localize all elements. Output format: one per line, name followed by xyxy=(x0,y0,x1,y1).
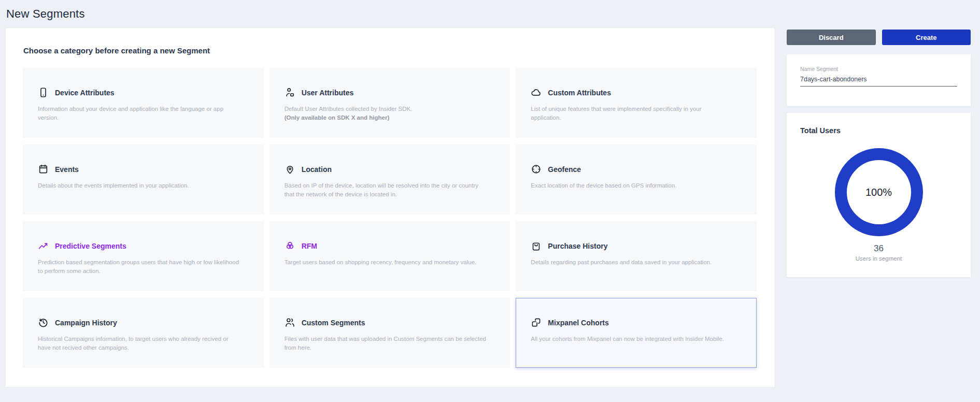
category-description-text: Information about your device and applic… xyxy=(38,106,223,121)
total-users-donut-chart: 100% xyxy=(835,148,923,236)
category-description-text: Details about the events implemented in … xyxy=(38,182,189,189)
category-label: Custom Attributes xyxy=(548,89,611,97)
history-clock-icon xyxy=(38,317,49,328)
users-count: 36 xyxy=(787,243,971,254)
category-panel: Choose a category before creating a new … xyxy=(5,27,775,387)
category-description-text: Target users based on shopping recency, … xyxy=(285,259,477,265)
crosshair-icon xyxy=(531,164,542,175)
category-card-custom-segments[interactable]: Custom SegmentsFiles with user data that… xyxy=(269,298,510,368)
category-card-device-attributes[interactable]: Device AttributesInformation about your … xyxy=(23,68,264,138)
name-segment-label: Name Segment xyxy=(800,66,957,72)
device-icon xyxy=(38,87,49,98)
category-description-text: Based on IP of the device, location will… xyxy=(285,182,478,197)
category-card-rfm[interactable]: RFMTarget users based on shopping recenc… xyxy=(269,221,510,291)
category-card-campaign-history[interactable]: Campaign HistoryHistorical Campaigns inf… xyxy=(23,298,264,368)
category-label: Predictive Segments xyxy=(55,242,126,250)
shopping-bag-icon xyxy=(531,240,542,251)
people-icon xyxy=(285,317,295,328)
category-description-text: Prediction based segmentation groups use… xyxy=(38,259,239,274)
category-description-text: Exact location of the device based on GP… xyxy=(531,182,676,189)
category-description-text: List of unique features that were implem… xyxy=(531,106,701,121)
panel-heading: Choose a category before creating a new … xyxy=(6,28,775,55)
linked-squares-icon xyxy=(531,317,542,328)
category-description-text: All your cohorts from Mixpanel can now b… xyxy=(531,336,724,342)
category-description: Default User Attributes collected by Ins… xyxy=(285,105,487,122)
venn-icon xyxy=(285,240,295,251)
category-label: User Attributes xyxy=(302,89,354,97)
category-description: Details about the events implemented in … xyxy=(38,181,240,190)
user-badge-icon xyxy=(285,87,295,98)
category-card-geofence[interactable]: GeofenceExact location of the device bas… xyxy=(516,145,757,214)
category-description: Information about your device and applic… xyxy=(38,105,240,122)
category-card-purchase-history[interactable]: Purchase HistoryDetails regarding past p… xyxy=(516,221,757,291)
category-description-text: Files with user data that was uploaded i… xyxy=(285,336,486,351)
category-label: Purchase History xyxy=(548,242,607,250)
category-description: Based on IP of the device, location will… xyxy=(285,181,487,198)
map-pin-icon xyxy=(285,164,295,175)
category-label: Mixpanel Cohorts xyxy=(548,319,608,327)
category-description-text: Details regarding past purchases and dat… xyxy=(531,259,712,265)
discard-button[interactable]: Discard xyxy=(787,30,876,45)
category-label: Location xyxy=(302,165,332,174)
category-label: Campaign History xyxy=(55,319,117,327)
name-segment-input[interactable] xyxy=(800,76,957,87)
category-description: Exact location of the device based on GP… xyxy=(531,181,733,190)
category-grid: Device AttributesInformation about your … xyxy=(23,68,757,368)
category-card-predictive-segments[interactable]: Predictive SegmentsPrediction based segm… xyxy=(23,221,264,291)
category-card-location[interactable]: LocationBased on IP of the device, locat… xyxy=(269,145,510,214)
action-buttons: Discard Create xyxy=(787,30,971,45)
category-label: Geofence xyxy=(548,165,581,174)
category-description-text: Historical Campaigns information, to tar… xyxy=(38,336,229,351)
category-description: Prediction based segmentation groups use… xyxy=(38,258,240,275)
category-label: Device Attributes xyxy=(55,89,115,97)
category-description-text: Default User Attributes collected by Ins… xyxy=(285,106,413,112)
name-segment-card: Name Segment xyxy=(787,54,971,106)
total-users-card: Total Users 100% 36 Users in segment xyxy=(787,113,971,277)
category-description: Historical Campaigns information, to tar… xyxy=(38,335,240,352)
category-description: All your cohorts from Mixpanel can now b… xyxy=(531,335,733,343)
trend-up-icon xyxy=(38,240,49,251)
category-card-events[interactable]: EventsDetails about the events implement… xyxy=(23,145,264,214)
category-card-mixpanel-cohorts[interactable]: Mixpanel CohortsAll your cohorts from Mi… xyxy=(516,298,757,368)
users-caption: Users in segment xyxy=(787,255,971,262)
sidebar: Discard Create Name Segment Total Users … xyxy=(787,30,971,277)
total-users-title: Total Users xyxy=(787,126,971,135)
category-description: Files with user data that was uploaded i… xyxy=(285,335,487,352)
category-description: Target users based on shopping recency, … xyxy=(285,258,487,267)
calendar-icon xyxy=(38,164,49,175)
category-label: Events xyxy=(55,165,79,174)
category-label: RFM xyxy=(302,242,317,250)
category-description-note: (Only available on SDK X and higher) xyxy=(285,113,487,122)
donut-percent-label: 100% xyxy=(865,186,892,198)
cloud-icon xyxy=(531,87,542,98)
create-button[interactable]: Create xyxy=(882,30,971,45)
page-title: New Segments xyxy=(6,7,85,21)
category-description: List of unique features that were implem… xyxy=(531,105,733,122)
category-card-user-attributes[interactable]: User AttributesDefault User Attributes c… xyxy=(269,68,510,138)
category-card-custom-attributes[interactable]: Custom AttributesList of unique features… xyxy=(516,68,757,138)
category-description: Details regarding past purchases and dat… xyxy=(531,258,733,267)
category-label: Custom Segments xyxy=(302,319,365,327)
